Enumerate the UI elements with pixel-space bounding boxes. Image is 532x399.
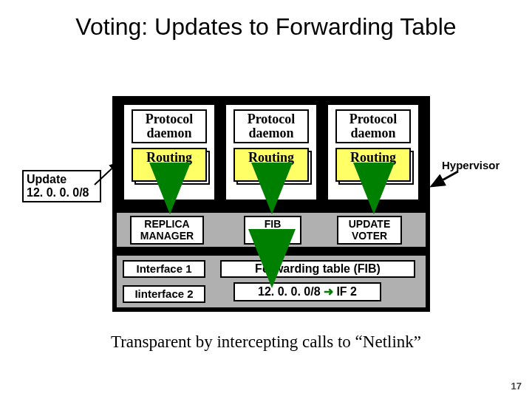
update-voter-box: UPDATE VOTER — [337, 216, 402, 245]
fib-entry-prefix: 12. 0. 0. 0/8 — [258, 285, 324, 298]
interface-1-box: Interface 1 — [123, 260, 205, 278]
arrow-right-icon: ➜ — [324, 285, 333, 298]
routing-table-box: Routing table — [233, 148, 309, 182]
hypervisor-panel: Protocol daemon Routing table Protocol d… — [112, 96, 430, 312]
replica-column-3: Protocol daemon Routing table — [327, 103, 420, 201]
replica-column-1: Protocol daemon Routing table — [123, 103, 216, 201]
hypervisor-label: Hypervisor — [442, 159, 499, 171]
replica-column-2: Protocol daemon Routing table — [225, 103, 318, 201]
update-voter-label: UPDATE VOTER — [349, 218, 391, 242]
protocol-daemon-box: Protocol daemon — [132, 109, 207, 143]
routing-table-box: Routing table — [132, 148, 207, 182]
update-box: Update 12. 0. 0. 0/8 — [22, 170, 101, 202]
fib-entry-suffix: IF 2 — [333, 285, 357, 298]
slide-title: Voting: Updates to Forwarding Table — [0, 13, 532, 41]
fib-row: Interface 1 Iinterface 2 Forwarding tabl… — [117, 256, 426, 307]
protocol-daemon-box: Protocol daemon — [233, 109, 309, 143]
interface-2-box: Iinterface 2 — [123, 285, 205, 303]
update-line1: Update — [27, 173, 97, 186]
slide: Voting: Updates to Forwarding Table Upda… — [0, 0, 532, 399]
page-number: 17 — [511, 381, 522, 392]
svg-line-1 — [432, 171, 458, 186]
forwarding-table-box: Forwarding table (FIB) — [220, 260, 415, 278]
caption-text: Transparent by intercepting calls to “Ne… — [0, 332, 532, 352]
update-line2: 12. 0. 0. 0/8 — [27, 186, 97, 200]
manager-row: REPLICA MANAGER FIB VOTER UPDATE VOTER — [117, 213, 426, 247]
replica-manager-box: REPLICA MANAGER — [130, 216, 204, 245]
fib-voter-label: FIB VOTER — [255, 218, 290, 242]
replica-manager-label: REPLICA MANAGER — [140, 218, 194, 242]
routing-table-box: Routing table — [335, 148, 411, 182]
protocol-daemon-box: Protocol daemon — [335, 109, 411, 143]
fib-voter-box: FIB VOTER — [244, 216, 301, 245]
fib-entry-box: 12. 0. 0. 0/8 ➜ IF 2 — [233, 282, 381, 301]
